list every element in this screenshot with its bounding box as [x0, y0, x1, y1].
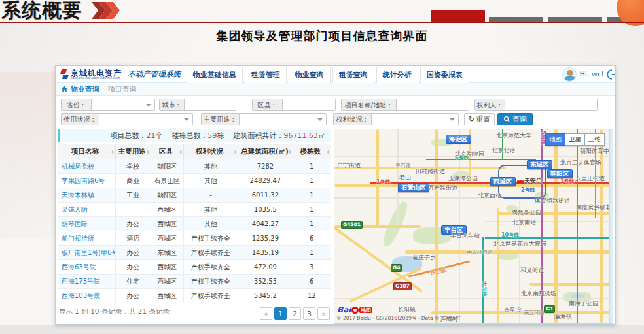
page-button-1[interactable]: 1 — [274, 307, 287, 320]
column-header-rights-status[interactable]: 权利状况▴▾ — [183, 144, 238, 159]
pagination-info: 显示 1 到 10 条记录，共 21 条记录 — [59, 307, 170, 316]
table-cell: 酒店 — [115, 231, 151, 246]
table-cell: 6 — [293, 275, 331, 289]
tab-lease-mgmt[interactable]: 租赁管理 — [245, 67, 287, 83]
nav-tabs: 物业基础信息租赁管理物业查询租赁查询统计分析国资委报表 — [187, 66, 471, 83]
sort-icon[interactable]: ▴▾ — [234, 149, 236, 154]
map-mode-3d[interactable]: 三维 — [584, 133, 605, 146]
column-header-project-name[interactable]: 项目名称▴▾ — [58, 144, 116, 159]
column-header-label: 项目名称 — [71, 147, 99, 155]
map-road-shield: G4501 — [341, 221, 363, 229]
filter-select-usage[interactable] — [99, 114, 192, 125]
page-button-3[interactable]: 3 — [303, 307, 315, 320]
project-name-link[interactable]: 苹果园南路6号 — [58, 174, 116, 188]
sort-icon[interactable]: ▴▾ — [289, 149, 291, 154]
tab-stats[interactable]: 统计分析 — [376, 67, 418, 83]
reset-button[interactable]: ↻重置 — [464, 113, 495, 125]
scrollbar[interactable] — [609, 129, 613, 323]
table-cell: 1 — [293, 217, 331, 231]
project-name-link[interactable]: 西海63号院 — [58, 260, 116, 275]
map-label: 八里庄街道 — [575, 176, 605, 182]
table-cell: 西城区 — [151, 203, 183, 217]
project-name-link[interactable]: 机械局党校 — [58, 159, 116, 174]
map-mode-satellite[interactable]: 卫星 — [565, 133, 585, 146]
filter-input-project[interactable] — [397, 99, 469, 110]
tab-property-info[interactable]: 物业基础信息 — [187, 67, 243, 83]
filter-select-rights[interactable] — [372, 114, 458, 125]
column-header-district[interactable]: 区县▴▾ — [151, 144, 183, 159]
filter-input-city[interactable] — [185, 99, 236, 110]
table-cell: 5345.2 — [238, 289, 293, 303]
table-cell: 其他 — [183, 159, 238, 174]
sort-icon[interactable]: ▴▾ — [112, 149, 114, 154]
map-label: 丰台火车站 — [450, 233, 480, 239]
table-row: 前门招待所酒店西城区产权手续齐全1235.296 — [58, 231, 331, 246]
sort-icon[interactable]: ▴▾ — [147, 149, 149, 154]
project-name-link[interactable]: 前门招待所 — [58, 231, 116, 246]
map-metro-label: 1号线 — [376, 180, 391, 185]
column-header-building-count[interactable]: 楼栋数▴▾ — [293, 144, 331, 159]
project-name-link[interactable]: 西海175号院 — [58, 275, 116, 289]
table-cell: 西城区 — [151, 260, 183, 275]
filter-group-county: 区县： — [252, 99, 336, 111]
summary-unit: ㎡ — [318, 131, 325, 140]
caret-down-icon — [184, 118, 189, 121]
table-cell: 西城区 — [151, 217, 183, 231]
project-name-link[interactable]: 灵镜人防 — [58, 203, 116, 217]
home-icon[interactable] — [61, 86, 68, 93]
map-mode-2d[interactable]: 地图 — [545, 133, 565, 146]
logout-icon[interactable] — [607, 69, 616, 80]
table-cell: 产权手续齐全 — [183, 289, 238, 303]
map-label: 陶然亭公园 — [512, 210, 541, 216]
avatar[interactable] — [562, 67, 577, 82]
sort-icon[interactable]: ▴▾ — [180, 149, 182, 154]
page-button-next[interactable]: » — [317, 307, 330, 320]
logo-icon — [60, 69, 69, 79]
column-header-main-use[interactable]: 主要用途▴▾ — [115, 144, 151, 159]
filter-label-city: 城市： — [160, 99, 185, 110]
pagination-pages: «123» — [260, 307, 330, 320]
filter-group-province: 省份： — [61, 99, 155, 111]
project-name-link[interactable]: 板厂南里1号(甲6号) — [58, 246, 116, 260]
table-cell: 朝阳区 — [151, 159, 183, 174]
filter-input-owner[interactable] — [505, 99, 597, 110]
filter-label-project: 项目名称/地址： — [342, 99, 397, 110]
filter-select-purpose[interactable] — [240, 114, 326, 125]
map-metro-label: 1号线 — [560, 179, 575, 184]
sort-icon[interactable]: ▴▾ — [327, 149, 329, 154]
tab-property-query[interactable]: 物业查询 — [289, 67, 331, 83]
tab-lease-query[interactable]: 租赁查询 — [332, 67, 374, 83]
baidu-logo-text: Bai — [337, 305, 351, 314]
page-button-prev[interactable]: « — [260, 307, 272, 320]
table-cell: 办公 — [115, 260, 151, 275]
project-name-link[interactable]: 朗琴国际 — [58, 217, 116, 231]
breadcrumb-section[interactable]: 物业查询 — [71, 84, 99, 94]
map-panel[interactable]: 海淀区东城区朝阳区西城区石景山区丰台区北京师范大学北京北站北京动物园朝阳体育中心… — [334, 129, 613, 324]
table-cell: - — [115, 203, 151, 217]
table-row: 机械局党校学校朝阳区其他72821 — [58, 159, 331, 174]
column-header-total-area[interactable]: 总建筑面积(㎡)▴▾ — [238, 144, 293, 159]
results-panel: 项目总数：21个楼栋总数：59栋建筑面积共计：96711.63㎡ 项目名称▴▾主… — [58, 129, 331, 324]
project-name-link[interactable]: 西海103号院 — [58, 289, 116, 303]
main-content: 项目总数：21个楼栋总数：59栋建筑面积共计：96711.63㎡ 项目名称▴▾主… — [58, 129, 613, 324]
summary-value: 96711.63 — [284, 131, 319, 140]
page-button-2[interactable]: 2 — [289, 307, 301, 320]
slide-title: 系统概要 — [1, 0, 82, 24]
summary-unit: 栋 — [217, 131, 224, 140]
map-road-shield: G1 — [544, 305, 555, 313]
search-button[interactable]: 查询 — [497, 113, 533, 125]
map-label: 万寿路街道 — [428, 185, 457, 191]
filter-input-county[interactable] — [283, 99, 335, 110]
logo-system-name: 不动产管理系统 — [128, 69, 181, 79]
table-cell: 住宅 — [115, 275, 151, 289]
project-name-link[interactable]: 天海木林镇 — [58, 188, 116, 203]
reset-button-label: 重置 — [476, 114, 490, 124]
project-table: 项目名称▴▾主要用途▴▾区县▴▾权利状况▴▾总建筑面积(㎡)▴▾楼栋数▴▾ 机械… — [58, 144, 331, 303]
table-cell: 商业 — [115, 174, 151, 188]
table-cell: 352.53 — [238, 275, 293, 289]
column-header-label: 权利状况 — [196, 147, 223, 155]
column-header-label: 楼栋数 — [300, 147, 321, 155]
filter-select-province[interactable] — [92, 99, 154, 110]
table-cell: 1235.29 — [238, 231, 293, 246]
tab-sasac-report[interactable]: 国资委报表 — [420, 67, 469, 83]
